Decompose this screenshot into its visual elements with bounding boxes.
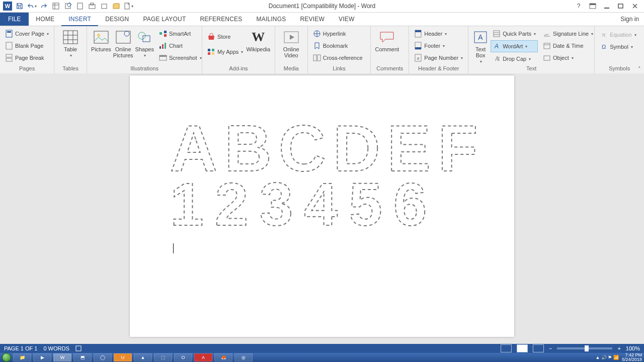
signature-line-button[interactable]: Signature Line▾ [541,28,595,39]
traced-letters: ABCDEF [170,121,482,181]
svg-rect-39 [415,30,421,32]
taskbar-explorer-icon[interactable]: 📁 [13,353,31,361]
start-button[interactable] [2,353,11,362]
svg-rect-22 [159,32,162,35]
taskbar-uc-icon[interactable]: U [114,353,132,361]
page-indicator[interactable]: PAGE 1 OF 1 [4,345,37,351]
tab-insert[interactable]: INSERT [61,13,98,26]
svg-rect-33 [212,52,214,55]
help-icon[interactable]: ? [573,1,585,11]
wikipedia-button[interactable]: WWikipedia [245,27,271,52]
date-time-button[interactable]: Date & Time [541,40,595,51]
online-video-button[interactable]: Online Video [278,27,304,58]
svg-rect-5 [102,4,107,9]
my-apps-button[interactable]: My Apps▾ [205,46,245,57]
svg-rect-30 [208,49,210,51]
qat-icon[interactable] [62,1,73,11]
svg-rect-25 [159,46,161,49]
document-page[interactable]: ABCDEF 123456 [130,75,514,337]
chart-button[interactable]: Chart [157,40,204,51]
tab-references[interactable]: REFERENCES [193,13,250,26]
taskbar-firefox-icon[interactable]: 🦊 [214,353,232,361]
cover-page-button[interactable]: Cover Page▾ [3,28,51,39]
tab-page-layout[interactable]: PAGE LAYOUT [136,13,193,26]
svg-rect-53 [76,346,81,351]
word-count[interactable]: 0 WORDS [43,345,69,351]
page-break-button[interactable]: Page Break [3,52,51,63]
sign-in-link[interactable]: Sign in [620,13,639,26]
tab-design[interactable]: DESIGN [98,13,136,26]
zoom-out-icon[interactable]: − [549,345,552,351]
tab-review[interactable]: REVIEW [293,13,332,26]
svg-rect-50 [544,56,550,60]
footer-button[interactable]: Footer▾ [412,40,465,51]
taskbar-media-icon[interactable]: ▶ [33,353,51,361]
save-icon[interactable] [14,1,25,11]
svg-rect-23 [164,31,167,33]
taskbar-app-icon[interactable]: ◎ [234,353,253,361]
quick-parts-button[interactable]: Quick Parts▾ [491,28,538,39]
symbol-button[interactable]: ΩSymbol▾ [598,41,638,52]
ribbon: Cover Page▾ Blank Page Page Break Pages … [0,26,644,75]
maximize-icon[interactable] [615,1,627,11]
wordart-button[interactable]: AWordArt▾ [491,40,538,52]
print-layout-icon[interactable] [517,344,528,352]
taskbar-opera-icon[interactable]: O [174,353,192,361]
qat-icon[interactable] [50,1,61,11]
text-box-button[interactable]: AText Box▾ [471,27,490,64]
header-button[interactable]: Header▾ [412,28,465,39]
taskbar-app-icon[interactable]: ⬚ [154,353,172,361]
zoom-slider[interactable] [557,347,612,349]
collapse-ribbon-icon[interactable]: ˄ [638,66,641,72]
cross-reference-button[interactable]: Cross-reference [311,52,365,63]
tab-view[interactable]: VIEW [332,13,361,26]
ribbon-options-icon[interactable] [587,1,599,11]
pictures-button[interactable]: Pictures [90,27,112,52]
store-button[interactable]: Store [205,31,245,42]
system-tray[interactable]: ▲ 🔊 ⚑ 📶 7:42 PM5/24/2018 [596,353,642,362]
taskbar-app-icon[interactable]: ⬒ [73,353,92,361]
screenshot-button[interactable]: Screenshot▾ [157,52,204,63]
qat-icon[interactable]: ▾ [123,1,134,11]
tray-icons[interactable]: ▲ 🔊 ⚑ 📶 [596,355,619,360]
qat-icon[interactable] [74,1,86,11]
blank-page-button[interactable]: Blank Page [3,40,51,51]
document-workspace[interactable]: ABCDEF 123456 [0,73,644,344]
qat-icon[interactable] [99,1,110,11]
svg-text:123456: 123456 [170,181,438,236]
taskbar-pdf-icon[interactable]: A [194,353,212,361]
online-pictures-button[interactable]: Online Pictures [112,27,134,58]
hyperlink-button[interactable]: Hyperlink [311,28,365,39]
zoom-level[interactable]: 100% [626,345,640,351]
read-mode-icon[interactable] [501,344,512,352]
close-icon[interactable] [629,1,641,11]
qat-icon[interactable] [111,1,122,11]
web-layout-icon[interactable] [533,344,544,352]
object-button[interactable]: Object▾ [541,52,595,63]
page-number-button[interactable]: #Page Number▾ [412,52,465,63]
svg-rect-26 [162,44,164,49]
redo-icon[interactable] [38,1,49,11]
svg-rect-18 [116,31,130,43]
shapes-button[interactable]: Shapes▾ [134,27,155,58]
comment-button[interactable]: Comment [374,27,400,52]
spellcheck-icon[interactable] [75,345,84,351]
table-button[interactable]: Table▾ [57,27,84,58]
undo-icon[interactable]: ▾ [26,1,37,11]
taskbar-chrome-icon[interactable]: ◯ [94,353,112,361]
qat-icon[interactable] [87,1,98,11]
drop-cap-button[interactable]: ADrop Cap▾ [491,53,538,64]
svg-rect-15 [63,31,77,44]
taskbar-word-icon[interactable]: W [53,353,71,361]
minimize-icon[interactable] [601,1,613,11]
equation-button[interactable]: πEquation▾ [598,29,638,40]
zoom-in-icon[interactable]: + [617,345,620,351]
tab-home[interactable]: HOME [29,13,61,26]
tab-mailings[interactable]: MAILINGS [250,13,293,26]
svg-rect-24 [164,34,167,37]
svg-rect-27 [165,43,166,49]
smartart-button[interactable]: SmartArt [157,28,204,39]
bookmark-button[interactable]: Bookmark [311,40,365,51]
taskbar-vlc-icon[interactable]: ▲ [134,353,152,361]
tab-file[interactable]: FILE [0,13,29,26]
